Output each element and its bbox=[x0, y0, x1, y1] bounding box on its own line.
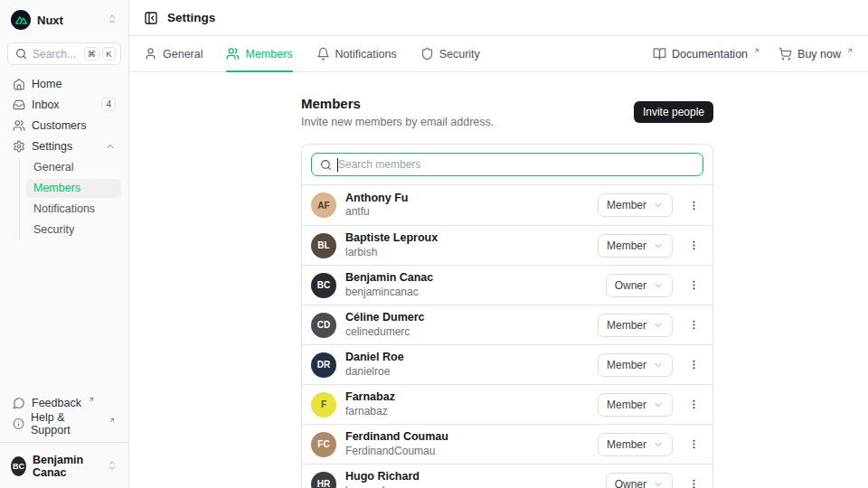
help-support-link[interactable]: Help & Support bbox=[7, 414, 121, 433]
sidebar-subitem-security[interactable]: Security bbox=[26, 221, 121, 239]
member-actions-menu-icon[interactable] bbox=[684, 357, 703, 372]
message-circle-icon bbox=[13, 397, 25, 409]
sidebar-item-label: Home bbox=[32, 78, 61, 90]
chevron-down-icon bbox=[653, 240, 664, 251]
settings-subnav: General Members Notifications Security bbox=[19, 158, 121, 239]
chevron-up-icon bbox=[105, 141, 116, 152]
shopping-cart-icon bbox=[778, 47, 792, 61]
sidebar-item-label: Inbox bbox=[32, 99, 60, 111]
member-username: FerdinandCoumau bbox=[345, 446, 448, 457]
content-area: Members Invite new members by email addr… bbox=[129, 72, 868, 488]
sidebar-item-customers[interactable]: Customers bbox=[7, 116, 121, 135]
member-row: BC Benjamin Canac benjamincanac Owner bbox=[302, 265, 712, 305]
member-role-select[interactable]: Member bbox=[598, 314, 673, 337]
user-name: Benjamin Canac bbox=[33, 454, 100, 479]
member-actions-menu-icon[interactable] bbox=[684, 277, 703, 293]
chevron-down-icon bbox=[653, 399, 664, 410]
tab-general[interactable]: General bbox=[144, 36, 203, 71]
member-role-select[interactable]: Owner bbox=[606, 473, 673, 488]
member-username: antfu bbox=[345, 206, 408, 218]
member-avatar: HR bbox=[311, 472, 336, 488]
user-menu[interactable]: BC Benjamin Canac bbox=[7, 452, 121, 481]
member-role-select[interactable]: Member bbox=[598, 234, 673, 258]
sidebar-subitem-members[interactable]: Members bbox=[26, 179, 121, 198]
members-search-field bbox=[311, 153, 703, 176]
member-avatar: AF bbox=[311, 192, 336, 218]
member-actions-menu-icon[interactable] bbox=[684, 317, 703, 333]
member-role-select[interactable]: Member bbox=[598, 193, 673, 217]
sidebar-item-settings[interactable]: Settings bbox=[7, 136, 121, 155]
member-name: Ferdinand Coumau bbox=[345, 431, 448, 444]
member-role-select[interactable]: Member bbox=[598, 433, 673, 456]
search-icon bbox=[15, 48, 27, 60]
tab-label: General bbox=[163, 48, 203, 61]
sidebar-subitem-general[interactable]: General bbox=[26, 158, 121, 177]
documentation-link[interactable]: Documentation bbox=[653, 36, 760, 71]
member-name: Farnabaz bbox=[345, 391, 395, 404]
gear-icon bbox=[13, 140, 25, 153]
divider bbox=[0, 442, 128, 443]
sidebar-item-home[interactable]: Home bbox=[7, 74, 121, 93]
tab-members[interactable]: Members bbox=[226, 36, 292, 71]
member-role-value: Member bbox=[607, 319, 646, 332]
member-username: danielroe bbox=[345, 366, 404, 378]
member-actions-menu-icon[interactable] bbox=[684, 198, 703, 213]
member-role-select[interactable]: Member bbox=[598, 353, 673, 377]
member-actions-menu-icon[interactable] bbox=[684, 397, 703, 412]
buy-now-label: Buy now bbox=[797, 48, 841, 61]
members-card: AF Anthony Fu antfu Member BL Baptiste L… bbox=[301, 144, 713, 488]
feedback-label: Feedback bbox=[32, 397, 81, 409]
member-actions-menu-icon[interactable] bbox=[684, 436, 703, 452]
member-name: Céline Dumerc bbox=[345, 312, 425, 324]
feedback-link[interactable]: Feedback bbox=[7, 393, 121, 412]
page-header: Settings bbox=[129, 0, 868, 36]
page-title: Settings bbox=[167, 11, 215, 24]
member-row: FC Ferdinand Coumau FerdinandCoumau Memb… bbox=[302, 424, 712, 464]
member-actions-menu-icon[interactable] bbox=[684, 238, 703, 253]
member-row: BL Baptiste Leproux larbish Member bbox=[302, 225, 712, 265]
subnav-guide-line bbox=[19, 158, 20, 239]
home-icon bbox=[13, 78, 25, 90]
chevron-down-icon bbox=[653, 479, 664, 488]
tab-label: Notifications bbox=[335, 48, 397, 61]
team-switcher[interactable]: Nuxt bbox=[7, 8, 121, 32]
tab-notifications[interactable]: Notifications bbox=[316, 36, 397, 71]
member-role-select[interactable]: Owner bbox=[606, 274, 673, 297]
collapse-sidebar-icon[interactable] bbox=[144, 11, 158, 25]
section-subtitle: Invite new members by email address. bbox=[301, 116, 494, 128]
member-avatar: FC bbox=[311, 432, 336, 457]
external-link-icon bbox=[88, 393, 95, 406]
avatar: BC bbox=[11, 456, 26, 476]
member-avatar: BL bbox=[311, 233, 336, 258]
member-row: AF Anthony Fu antfu Member bbox=[302, 185, 712, 225]
member-username: celinedumerc bbox=[345, 326, 425, 338]
member-row: F Farnabaz farnabaz Member bbox=[302, 384, 712, 424]
sidebar-subitem-notifications[interactable]: Notifications bbox=[26, 200, 121, 219]
members-search-input[interactable] bbox=[312, 154, 703, 175]
team-name: Nuxt bbox=[37, 14, 63, 27]
tab-security[interactable]: Security bbox=[420, 36, 480, 71]
member-avatar: F bbox=[311, 392, 336, 418]
member-row: DR Daniel Roe danielroe Member bbox=[302, 344, 712, 384]
external-link-icon bbox=[108, 414, 116, 427]
buy-now-link[interactable]: Buy now bbox=[778, 36, 854, 71]
main-area: Settings General Members Notifications bbox=[129, 0, 868, 488]
invite-people-button[interactable]: Invite people bbox=[634, 101, 713, 123]
chevron-up-down-icon bbox=[107, 14, 118, 27]
member-name: Daniel Roe bbox=[345, 352, 404, 364]
member-role-select[interactable]: Member bbox=[598, 393, 673, 417]
chevron-up-down-icon bbox=[107, 460, 118, 474]
sidebar-item-label: Settings bbox=[32, 140, 72, 153]
sidebar-item-inbox[interactable]: Inbox 4 bbox=[7, 95, 121, 114]
chevron-down-icon bbox=[653, 360, 664, 371]
shield-icon bbox=[420, 47, 434, 61]
member-username: benjamincanac bbox=[345, 286, 433, 298]
section-title: Members bbox=[301, 96, 494, 111]
member-actions-menu-icon[interactable] bbox=[684, 476, 703, 488]
member-role-value: Member bbox=[607, 438, 646, 451]
global-search-input[interactable]: Search... ⌘ K bbox=[7, 42, 121, 65]
sidebar-footer: Feedback Help & Support BC Benjamin Cana… bbox=[7, 393, 121, 481]
member-username: farnabaz bbox=[345, 406, 395, 418]
chevron-down-icon bbox=[653, 280, 664, 291]
member-row: CD Céline Dumerc celinedumerc Member bbox=[302, 305, 712, 344]
